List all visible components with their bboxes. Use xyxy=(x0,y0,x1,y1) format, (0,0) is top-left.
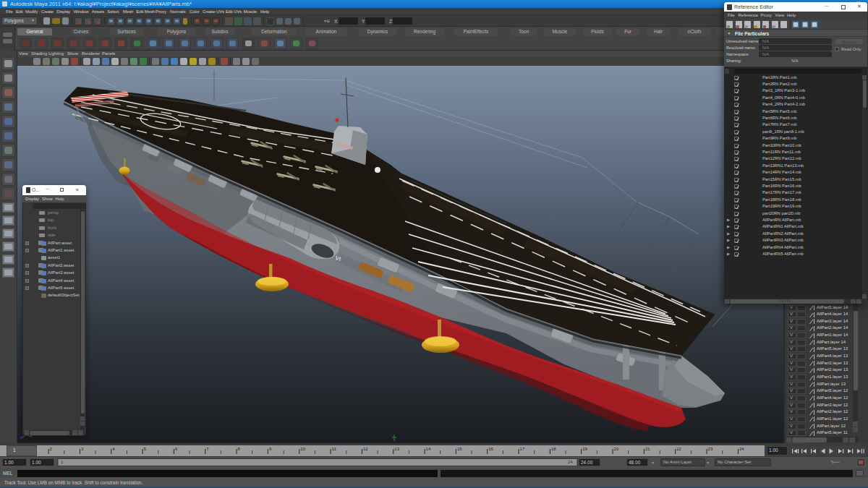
svg-text:12: 12 xyxy=(363,447,368,451)
svg-text:15: 15 xyxy=(457,447,462,451)
svg-text:17: 17 xyxy=(520,447,525,451)
svg-text:2: 2 xyxy=(50,447,53,451)
svg-text:24: 24 xyxy=(739,447,744,451)
svg-text:14: 14 xyxy=(426,447,431,451)
svg-text:16: 16 xyxy=(488,447,493,451)
svg-text:11: 11 xyxy=(332,447,337,451)
svg-text:19: 19 xyxy=(582,447,587,451)
svg-text:21: 21 xyxy=(645,447,650,451)
svg-text:3: 3 xyxy=(81,447,84,451)
svg-text:10: 10 xyxy=(300,447,305,451)
svg-text:18: 18 xyxy=(551,447,556,451)
svg-text:5: 5 xyxy=(144,447,147,451)
svg-text:13: 13 xyxy=(394,447,399,451)
svg-text:23: 23 xyxy=(708,447,713,451)
svg-text:9: 9 xyxy=(269,447,272,451)
svg-text:20: 20 xyxy=(614,447,619,451)
svg-text:8: 8 xyxy=(238,447,241,451)
svg-text:7: 7 xyxy=(206,447,209,451)
svg-text:6: 6 xyxy=(175,447,178,451)
svg-text:22: 22 xyxy=(676,447,681,451)
svg-text:4: 4 xyxy=(112,447,115,451)
